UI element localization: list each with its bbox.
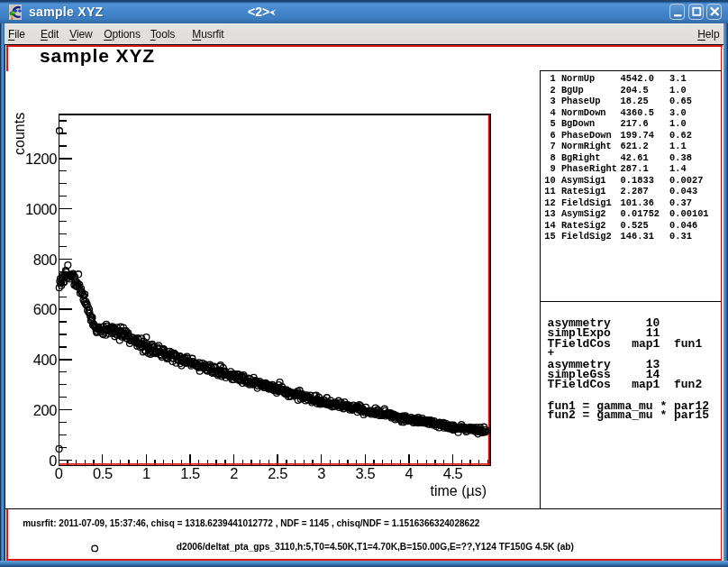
svg-text:400: 400 [33,352,58,368]
svg-text:3: 3 [317,465,325,481]
svg-text:2.5: 2.5 [268,465,287,481]
svg-text:600: 600 [33,301,58,317]
svg-text:counts: counts [12,113,27,155]
svg-text:4.5: 4.5 [443,465,463,481]
svg-text:0.5: 0.5 [93,465,113,481]
svg-text:0: 0 [55,465,63,481]
svg-text:time (µs): time (µs) [430,483,487,498]
svg-text:1: 1 [142,465,150,481]
svg-text:1000: 1000 [25,201,57,217]
svg-text:3.5: 3.5 [355,465,375,481]
svg-text:2: 2 [230,465,238,481]
svg-text:800: 800 [33,251,58,268]
svg-text:1200: 1200 [25,151,57,167]
svg-text:200: 200 [33,402,58,418]
svg-text:1.5: 1.5 [180,465,200,481]
svg-text:4: 4 [405,465,414,481]
